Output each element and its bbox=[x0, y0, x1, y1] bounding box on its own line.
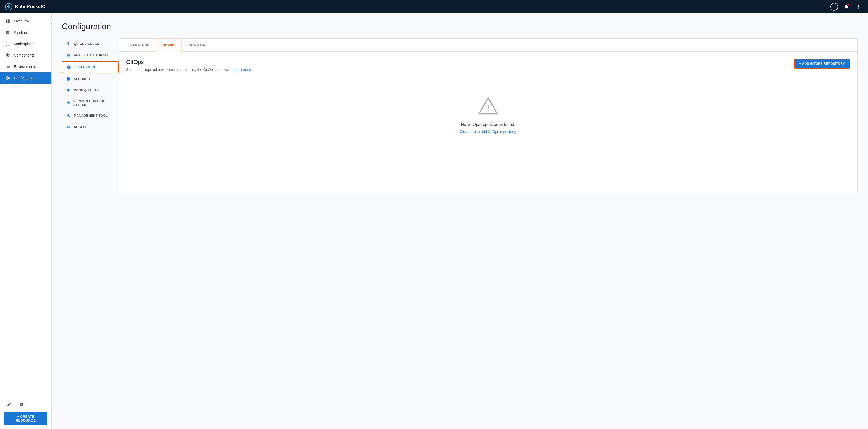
settings-icon-button[interactable] bbox=[17, 400, 26, 409]
empty-state: ! No GitOps repositories found. Click he… bbox=[126, 80, 850, 149]
layers-icon bbox=[5, 53, 10, 58]
gear-icon bbox=[5, 75, 10, 81]
gitops-title: GitOps bbox=[126, 59, 252, 66]
sidebar-item-configuration[interactable]: Configuration bbox=[0, 72, 51, 84]
config-layout: QUICK ACCESS ARTIFACTS STORAGE bbox=[62, 38, 858, 193]
sidebar-item-environments[interactable]: Environments bbox=[0, 61, 51, 72]
create-resource-button[interactable]: + CREATE RESOURCE bbox=[4, 412, 47, 425]
more-vert-icon bbox=[856, 4, 861, 9]
version-control-icon bbox=[66, 101, 70, 105]
svg-text:!: ! bbox=[487, 103, 490, 113]
sidebar-item-overview-label: Overview bbox=[14, 19, 29, 23]
config-menu-security[interactable]: SECURITY bbox=[62, 73, 119, 84]
settings-icon bbox=[19, 402, 24, 406]
add-gitops-repository-button[interactable]: + ADD GITOPS REPOSITORY bbox=[794, 59, 850, 69]
key-icon bbox=[66, 125, 71, 129]
list-icon bbox=[5, 64, 10, 69]
sidebar: ‹ Overview Pipelines bbox=[0, 13, 52, 429]
config-menu-deployment-label: DEPLOYMENT bbox=[74, 65, 97, 69]
config-menu-artifacts-storage-label: ARTIFACTS STORAGE bbox=[74, 54, 110, 57]
sidebar-nav: Overview Pipelines Marketplace bbox=[0, 13, 51, 395]
sidebar-item-configuration-label: Configuration bbox=[14, 76, 35, 80]
sidebar-bottom: + CREATE RESOURCE bbox=[0, 395, 51, 429]
create-resource-label: + CREATE RESOURCE bbox=[8, 415, 43, 422]
config-menu-version-control-label: VERSION CONTROL SYSTEM bbox=[73, 99, 115, 106]
sidebar-item-overview[interactable]: Overview bbox=[0, 16, 51, 27]
info-button[interactable]: i bbox=[830, 3, 838, 10]
gitops-content: GitOps Set up the required environment s… bbox=[119, 52, 858, 156]
config-menu-deployment[interactable]: DEPLOYMENT bbox=[62, 61, 119, 73]
tabs-bar: CLUSTERS GITOPS ARGO CD bbox=[119, 39, 858, 52]
empty-state-title: No GitOps repositories found. bbox=[461, 122, 516, 127]
config-menu-quick-access[interactable]: QUICK ACCESS bbox=[62, 38, 119, 49]
sidebar-item-marketplace[interactable]: Marketplace bbox=[0, 38, 51, 50]
sidebar-item-components[interactable]: Components bbox=[0, 50, 51, 61]
main-content: Configuration QUICK ACCESS bbox=[52, 13, 868, 429]
shield-icon bbox=[66, 76, 71, 81]
config-right-panel: CLUSTERS GITOPS ARGO CD GitOps bbox=[119, 38, 858, 193]
header-actions: i bbox=[830, 3, 863, 11]
app-logo: KubeRocketCI bbox=[5, 3, 830, 10]
cart-icon bbox=[5, 41, 10, 47]
pipeline-icon bbox=[5, 30, 10, 35]
tab-clusters[interactable]: CLUSTERS bbox=[125, 39, 155, 52]
config-menu-quick-access-label: QUICK ACCESS bbox=[74, 42, 99, 46]
sidebar-item-components-label: Components bbox=[14, 53, 34, 57]
flash-icon bbox=[66, 41, 71, 46]
more-menu-button[interactable] bbox=[855, 3, 863, 11]
gitops-description: Set up the required environment state us… bbox=[126, 68, 252, 72]
trophy-icon bbox=[66, 88, 71, 93]
tab-argocd[interactable]: ARGO CD bbox=[183, 39, 211, 52]
sidebar-collapse-button[interactable]: ‹ bbox=[49, 20, 54, 26]
config-menu-version-control[interactable]: VERSION CONTROL SYSTEM bbox=[62, 96, 119, 110]
sidebar-item-pipelines[interactable]: Pipelines bbox=[0, 27, 51, 38]
page-title: Configuration bbox=[62, 22, 858, 31]
logo-icon bbox=[5, 3, 12, 10]
config-menu-code-quality[interactable]: CODE QUALITY bbox=[62, 85, 119, 96]
gitops-title-section: GitOps Set up the required environment s… bbox=[126, 59, 252, 72]
config-left-menu: QUICK ACCESS ARTIFACTS STORAGE bbox=[62, 38, 119, 193]
rocket-icon bbox=[67, 65, 71, 69]
sidebar-item-pipelines-label: Pipelines bbox=[14, 30, 29, 35]
config-menu-management-tool[interactable]: MANAGEMENT TOOL bbox=[62, 110, 119, 121]
wrench-icon bbox=[66, 113, 71, 118]
add-gitops-label: + ADD GITOPS REPOSITORY bbox=[799, 62, 845, 66]
grid-icon bbox=[5, 19, 10, 24]
config-menu-access-label: ACCESS bbox=[74, 125, 88, 129]
config-menu-code-quality-label: CODE QUALITY bbox=[74, 89, 99, 92]
config-menu-artifacts-storage[interactable]: ARTIFACTS STORAGE bbox=[62, 50, 119, 61]
edit-icon bbox=[7, 402, 11, 406]
empty-state-link[interactable]: Click here to add GitOps repository. bbox=[460, 130, 517, 134]
config-menu-access[interactable]: ACCESS bbox=[62, 122, 119, 132]
main-layout: ‹ Overview Pipelines bbox=[0, 13, 868, 429]
config-menu-security-label: SECURITY bbox=[74, 77, 91, 81]
sidebar-bottom-icons bbox=[4, 400, 47, 409]
config-menu-management-tool-label: MANAGEMENT TOOL bbox=[74, 114, 107, 118]
app-name: KubeRocketCI bbox=[15, 4, 47, 9]
warning-triangle-icon: ! bbox=[476, 95, 500, 116]
learn-more-link[interactable]: Learn more. bbox=[232, 68, 252, 72]
table-icon bbox=[66, 53, 71, 58]
top-header: KubeRocketCI i bbox=[0, 0, 868, 13]
notification-dot bbox=[847, 4, 849, 5]
notifications-button[interactable] bbox=[842, 3, 850, 11]
edit-icon-button[interactable] bbox=[4, 400, 14, 409]
tab-gitops[interactable]: GITOPS bbox=[157, 39, 181, 52]
sidebar-item-environments-label: Environments bbox=[14, 64, 36, 69]
sidebar-item-marketplace-label: Marketplace bbox=[14, 42, 34, 46]
gitops-header: GitOps Set up the required environment s… bbox=[126, 59, 850, 72]
